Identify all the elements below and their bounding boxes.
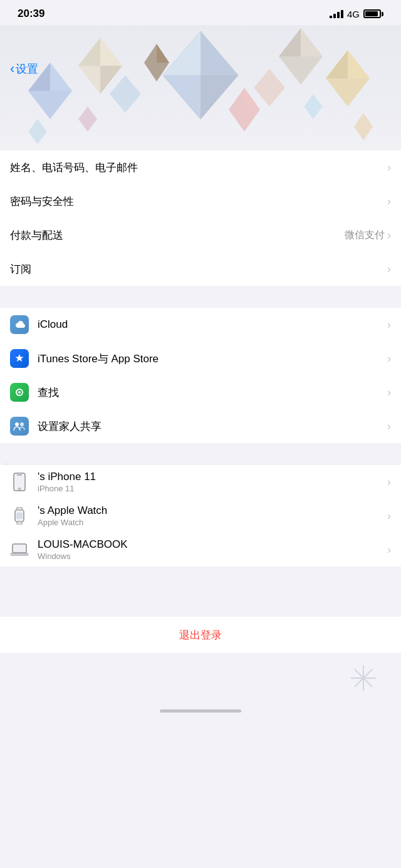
payment-value: 微信支付 [345, 229, 385, 242]
item-content: 姓名、电话号码、电子邮件 [10, 160, 387, 175]
battery-icon [363, 9, 383, 18]
item-content: 订阅 [10, 262, 387, 276]
item-right: › [387, 386, 391, 399]
account-header [0, 25, 401, 150]
status-time: 20:39 [18, 8, 44, 20]
item-content: iTunes Store与 App Store [38, 352, 387, 366]
family-sharing-item[interactable]: 设置家人共享 › [0, 409, 401, 443]
network-type: 4G [347, 9, 360, 19]
item-content: iCloud [38, 318, 387, 331]
itunes-appstore-item[interactable]: iTunes Store与 App Store › [0, 342, 401, 375]
svg-point-31 [15, 422, 19, 426]
family-icon [10, 417, 29, 436]
item-right: › [387, 263, 391, 276]
signal-icon [330, 10, 343, 18]
item-right: › [387, 510, 391, 523]
item-title: 订阅 [10, 262, 387, 276]
item-title: LOUIS-MACBOOK [38, 538, 387, 551]
applewatch-device-icon [10, 506, 29, 525]
logout-text: 退出登录 [179, 628, 222, 642]
chevron-right-icon: › [387, 318, 391, 332]
item-right: 微信支付 › [345, 229, 391, 242]
subscriptions-item[interactable]: 订阅 › [0, 252, 401, 286]
chevron-right-icon: › [387, 510, 391, 523]
item-title: 's iPhone 11 [38, 471, 387, 483]
back-label: 设置 [16, 61, 38, 76]
item-right: › [387, 476, 391, 489]
devices-section: 's iPhone 11 iPhone 11 › 's Apple Watch … [0, 465, 401, 567]
item-title: 姓名、电话号码、电子邮件 [10, 160, 387, 175]
svg-rect-57 [16, 513, 23, 519]
svg-rect-52 [17, 474, 22, 476]
item-title: 查找 [38, 385, 387, 400]
chevron-right-icon: › [387, 420, 391, 433]
item-content: 密码与安全性 [10, 194, 387, 209]
svg-rect-58 [13, 544, 26, 553]
svg-point-30 [18, 391, 21, 394]
macbook-item[interactable]: LOUIS-MACBOOK Windows › [0, 533, 401, 567]
nav-bar: ‹ 设置 [0, 56, 401, 81]
personal-info-section: 姓名、电话号码、电子邮件 › 密码与安全性 › 付款与配送 微信支付 › 订阅 … [0, 150, 401, 286]
chevron-right-icon: › [387, 386, 391, 399]
item-right: › [387, 420, 391, 433]
icloud-icon [10, 315, 29, 334]
item-title: 's Apple Watch [38, 505, 387, 517]
item-title: iTunes Store与 App Store [38, 352, 387, 366]
item-title: 设置家人共享 [38, 419, 387, 434]
item-right: › [387, 161, 391, 174]
item-title: iCloud [38, 318, 387, 331]
header-section: ‹ 设置 [0, 25, 401, 150]
logout-button[interactable]: 退出登录 [0, 617, 401, 653]
back-chevron-icon: ‹ [10, 62, 14, 76]
name-phone-email-item[interactable]: 姓名、电话号码、电子邮件 › [0, 150, 401, 184]
home-bar [160, 709, 241, 713]
item-content: 查找 [38, 385, 387, 400]
item-subtitle: Windows [38, 552, 387, 561]
item-content: 设置家人共享 [38, 419, 387, 434]
status-bar: 20:39 4G [0, 0, 401, 25]
macbook-device-icon [10, 540, 29, 559]
payment-shipping-item[interactable]: 付款与配送 微信支付 › [0, 218, 401, 252]
item-content: LOUIS-MACBOOK Windows [38, 538, 387, 561]
chevron-right-icon: › [387, 352, 391, 365]
svg-rect-60 [17, 553, 22, 554]
chevron-right-icon: › [387, 195, 391, 208]
chevron-right-icon: › [387, 161, 391, 174]
item-content: 's Apple Watch Apple Watch [38, 505, 387, 527]
item-subtitle: iPhone 11 [38, 484, 387, 493]
find-icon [10, 383, 29, 402]
item-title: 付款与配送 [10, 228, 345, 243]
applewatch-item[interactable]: 's Apple Watch Apple Watch › [0, 499, 401, 533]
item-content: 's iPhone 11 iPhone 11 [38, 471, 387, 493]
item-right: › [387, 352, 391, 365]
item-content: 付款与配送 [10, 228, 345, 243]
chevron-right-icon: › [387, 229, 391, 242]
item-right: › [387, 318, 391, 332]
find-item[interactable]: 查找 › [0, 375, 401, 409]
password-security-item[interactable]: 密码与安全性 › [0, 184, 401, 218]
svg-rect-55 [17, 507, 22, 510]
item-subtitle: Apple Watch [38, 518, 387, 527]
icloud-item[interactable]: iCloud › [0, 308, 401, 342]
iphone-device-icon [10, 473, 29, 491]
item-title: 密码与安全性 [10, 194, 387, 209]
chevron-right-icon: › [387, 543, 391, 557]
svg-rect-56 [17, 521, 22, 525]
svg-point-32 [20, 422, 24, 426]
svg-point-65 [362, 676, 365, 680]
home-indicator [0, 703, 401, 723]
iphone11-item[interactable]: 's iPhone 11 iPhone 11 › [0, 465, 401, 499]
item-right: › [387, 195, 391, 208]
status-icons: 4G [330, 9, 383, 19]
apps-section: iCloud › iTunes Store与 App Store › 查找 [0, 308, 401, 443]
item-right: › [387, 543, 391, 557]
chevron-right-icon: › [387, 263, 391, 276]
chevron-right-icon: › [387, 476, 391, 489]
back-button[interactable]: ‹ 设置 [10, 61, 38, 76]
appstore-icon [10, 349, 29, 368]
